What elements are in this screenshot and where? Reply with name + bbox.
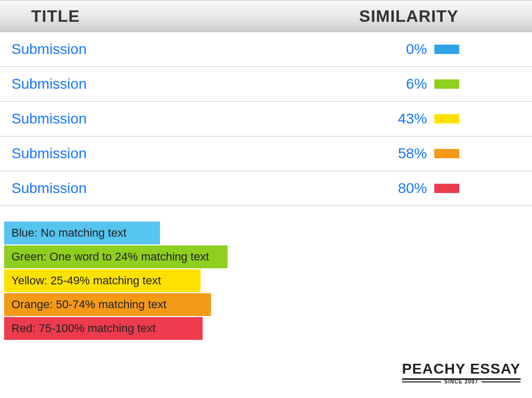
table-row[interactable]: Submission58% xyxy=(0,136,532,171)
similarity-cell: 43% xyxy=(297,111,532,127)
similarity-cell: 58% xyxy=(297,145,532,162)
similarity-value: 80% xyxy=(391,180,427,197)
similarity-value: 0% xyxy=(391,41,427,58)
table-row[interactable]: Submission6% xyxy=(0,67,532,102)
table-header: TITLE SIMILARITY xyxy=(0,0,532,32)
similarity-swatch xyxy=(434,79,459,89)
table-body: Submission0%Submission6%Submission43%Sub… xyxy=(0,32,532,206)
legend-item: Orange: 50-74% matching text xyxy=(4,293,211,316)
column-header-title: TITLE xyxy=(0,7,317,26)
similarity-value: 58% xyxy=(391,145,427,162)
table-row[interactable]: Submission80% xyxy=(0,171,532,206)
similarity-cell: 6% xyxy=(297,76,532,92)
similarity-value: 6% xyxy=(391,76,427,92)
table-row[interactable]: Submission0% xyxy=(0,32,532,67)
legend: Blue: No matching textGreen: One word to… xyxy=(4,222,228,340)
similarity-cell: 0% xyxy=(297,41,532,58)
legend-item: Green: One word to 24% matching text xyxy=(4,245,228,268)
submission-title[interactable]: Submission xyxy=(0,111,297,127)
legend-item: Red: 75-100% matching text xyxy=(4,317,203,340)
brand-name: PEACHY ESSAY xyxy=(402,361,521,377)
submission-title[interactable]: Submission xyxy=(0,41,297,58)
similarity-swatch xyxy=(434,184,459,193)
similarity-cell: 80% xyxy=(297,180,532,197)
column-header-similarity: SIMILARITY xyxy=(317,7,532,26)
legend-item: Blue: No matching text xyxy=(4,222,160,244)
table-row[interactable]: Submission43% xyxy=(0,102,532,136)
similarity-table: TITLE SIMILARITY Submission0%Submission6… xyxy=(0,0,532,206)
similarity-swatch xyxy=(434,45,459,54)
similarity-swatch xyxy=(434,114,459,123)
brand-logo: PEACHY ESSAY SINCE 2007 xyxy=(402,361,521,385)
submission-title[interactable]: Submission xyxy=(0,145,297,162)
brand-divider xyxy=(402,378,521,380)
submission-title[interactable]: Submission xyxy=(0,76,297,92)
similarity-value: 43% xyxy=(391,111,427,127)
legend-item: Yellow: 25-49% matching text xyxy=(4,269,201,292)
similarity-swatch xyxy=(434,149,459,158)
submission-title[interactable]: Submission xyxy=(0,180,297,197)
